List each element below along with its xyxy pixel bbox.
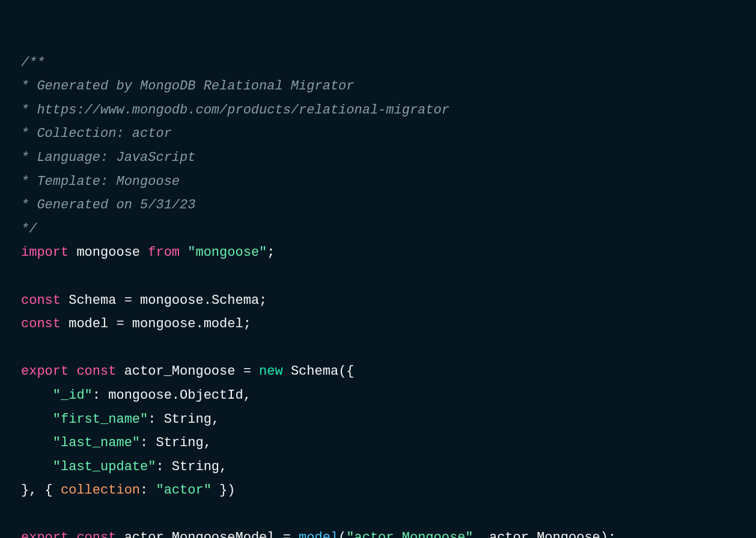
code-block: /** * Generated by MongoDB Relational Mi… <box>21 27 735 538</box>
colon: : <box>140 483 156 498</box>
function-call: model <box>299 530 338 538</box>
dot: . <box>195 316 203 331</box>
indent <box>21 459 53 474</box>
code-line: const Schema = mongoose.Schema; <box>21 293 267 308</box>
string-literal: "actor_Mongoose" <box>346 530 473 538</box>
identifier: mongoose <box>140 293 204 308</box>
indent <box>21 388 53 403</box>
keyword-const: const <box>21 316 61 331</box>
comment-line: */ <box>21 222 37 237</box>
indent <box>21 412 53 427</box>
equals: = <box>235 364 259 379</box>
identifier: ObjectId <box>180 388 243 403</box>
space <box>69 245 76 260</box>
keyword-export: export <box>21 364 69 379</box>
colon: : <box>140 435 156 450</box>
code-line: const model = mongoose.model; <box>21 316 251 331</box>
keyword-from: from <box>148 245 180 260</box>
space <box>116 530 124 538</box>
comma: , <box>219 459 227 474</box>
space <box>69 530 76 538</box>
identifier: Schema <box>212 293 259 308</box>
blank-line <box>21 507 29 522</box>
property-name: collection <box>61 483 140 498</box>
blank-line <box>21 340 29 355</box>
blank-line <box>21 269 29 284</box>
paren-open: ( <box>338 364 346 379</box>
comment-line: * Template: Mongoose <box>21 174 180 189</box>
equals: = <box>116 293 140 308</box>
string-key: "last_name" <box>53 435 140 450</box>
comment-line: /** <box>21 55 45 70</box>
brace-close: }, <box>21 483 45 498</box>
identifier: String <box>172 459 219 474</box>
code-line: }, { collection: "actor" }) <box>21 483 235 498</box>
code-line: export const actor_MongooseModel = model… <box>21 530 616 538</box>
comment-line: * Generated on 5/31/23 <box>21 198 195 213</box>
string-literal: "mongoose" <box>187 245 267 260</box>
space <box>53 483 61 498</box>
string-key: "_id" <box>53 388 93 403</box>
space <box>283 364 291 379</box>
space <box>140 245 148 260</box>
brace-open: { <box>346 364 354 379</box>
comment-line: * Generated by MongoDB Relational Migrat… <box>21 79 355 94</box>
identifier: mongoose <box>108 388 172 403</box>
code-line: "_id": mongoose.ObjectId, <box>21 388 251 403</box>
identifier: mongoose <box>76 245 140 260</box>
indent <box>21 435 53 450</box>
identifier: String <box>164 412 212 427</box>
semicolon: ; <box>243 316 251 331</box>
identifier: model <box>69 316 108 331</box>
space <box>116 364 124 379</box>
string-key: "first_name" <box>53 412 148 427</box>
identifier: String <box>156 435 203 450</box>
code-line: "last_name": String, <box>21 435 212 450</box>
identifier: actor_MongooseModel <box>124 530 275 538</box>
code-line: "last_update": String, <box>21 459 227 474</box>
keyword-const: const <box>76 364 116 379</box>
keyword-const: const <box>76 530 116 538</box>
code-line: import mongoose from "mongoose"; <box>21 245 275 260</box>
comma: , <box>474 530 489 538</box>
keyword-new: new <box>259 364 283 379</box>
identifier: actor_Mongoose <box>124 364 236 379</box>
code-line: export const actor_Mongoose = new Schema… <box>21 364 355 379</box>
string-literal: "actor" <box>156 483 211 498</box>
equals: = <box>108 316 132 331</box>
brace-open: { <box>45 483 53 498</box>
colon: : <box>156 459 171 474</box>
space <box>61 293 69 308</box>
keyword-import: import <box>21 245 69 260</box>
identifier: Schema <box>69 293 116 308</box>
semicolon: ; <box>259 293 267 308</box>
paren-open: ( <box>338 530 346 538</box>
closing: }) <box>212 483 236 498</box>
colon: : <box>148 412 163 427</box>
identifier: actor_Mongoose <box>489 530 600 538</box>
code-line: "first_name": String, <box>21 412 219 427</box>
identifier: model <box>204 316 243 331</box>
paren-close: ) <box>600 530 608 538</box>
space <box>180 245 187 260</box>
identifier: Schema <box>291 364 338 379</box>
dot: . <box>204 293 212 308</box>
comment-line: * Language: JavaScript <box>21 150 195 165</box>
comment-line: * Collection: actor <box>21 126 172 141</box>
comma: , <box>212 412 219 427</box>
dot: . <box>172 388 180 403</box>
space <box>69 364 76 379</box>
keyword-const: const <box>21 293 61 308</box>
semicolon: ; <box>608 530 616 538</box>
comma: , <box>204 435 212 450</box>
comma: , <box>243 388 251 403</box>
equals: = <box>275 530 299 538</box>
string-key: "last_update" <box>53 459 156 474</box>
identifier: mongoose <box>132 316 196 331</box>
semicolon: ; <box>267 245 275 260</box>
keyword-export: export <box>21 530 69 538</box>
comment-line: * https://www.mongodb.com/products/relat… <box>21 103 450 118</box>
colon: : <box>93 388 108 403</box>
space <box>61 316 69 331</box>
